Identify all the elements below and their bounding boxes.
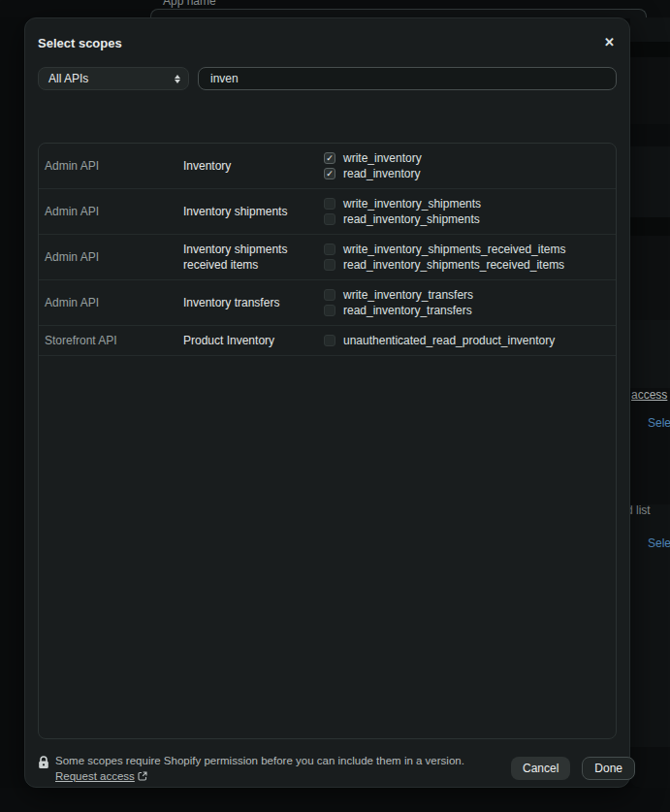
scope-name: write_inventory_shipments (343, 197, 481, 211)
api-filter-value: All APIs (48, 72, 88, 85)
scope-name: write_inventory_shipments_received_items (343, 243, 565, 256)
background-band (630, 747, 670, 788)
row-scopes: write_inventory_shipments_received_items… (324, 242, 610, 273)
background-select-link[interactable]: Select (648, 536, 670, 550)
scope-option[interactable]: unauthenticated_read_product_inventory (324, 333, 610, 348)
scope-name: read_inventory_transfers (343, 304, 472, 317)
cancel-button[interactable]: Cancel (511, 757, 570, 780)
select-scopes-modal: Select scopes ✕ All APIs Admin API Inven… (24, 17, 630, 788)
external-link-icon (138, 771, 147, 781)
row-scopes: ✓write_inventory✓read_inventory (324, 150, 610, 181)
background-top-strip: App name (0, 0, 670, 17)
background-band (630, 217, 670, 236)
checkbox-unchecked-icon[interactable] (324, 335, 335, 346)
updown-arrows-icon (175, 75, 180, 83)
row-api: Admin API (45, 250, 183, 264)
background-access-link[interactable]: access (631, 388, 667, 402)
row-scopes: write_inventory_transfersread_inventory_… (324, 287, 610, 318)
row-scopes: unauthenticated_read_product_inventory (324, 333, 610, 348)
scopes-table-body: Admin API Inventory ✓write_inventory✓rea… (39, 144, 616, 356)
checkbox-unchecked-icon[interactable] (324, 305, 335, 316)
background-band (630, 146, 670, 217)
table-row: Storefront API Product Inventory unauthe… (39, 326, 616, 356)
checkbox-unchecked-icon[interactable] (324, 244, 335, 255)
checkbox-unchecked-icon[interactable] (324, 213, 335, 225)
scope-option[interactable]: write_inventory_transfers (324, 287, 610, 303)
background-bottom-strip (0, 788, 670, 812)
background-right-strip: access Select d list Select (630, 0, 670, 812)
scope-name: read_inventory (343, 167, 420, 180)
scope-option[interactable]: ✓write_inventory (324, 150, 610, 166)
row-category: Inventory shipments received items (183, 242, 324, 273)
row-category: Inventory (183, 158, 324, 174)
modal-header: Select scopes ✕ (38, 35, 617, 50)
background-band (630, 236, 670, 320)
scope-option[interactable]: ✓read_inventory (324, 166, 610, 181)
background-band (630, 124, 670, 146)
controls-row: All APIs (38, 67, 617, 90)
scope-name: write_inventory (343, 151, 422, 165)
background-band (630, 388, 670, 504)
row-category: Product Inventory (183, 333, 324, 348)
done-button[interactable]: Done (582, 757, 635, 780)
api-filter-select[interactable]: All APIs (38, 67, 189, 90)
request-access-link[interactable]: Request access (55, 770, 135, 782)
background-band (630, 17, 670, 42)
background-band (630, 42, 670, 57)
scope-name: unauthenticated_read_product_inventory (343, 334, 555, 347)
row-api: Admin API (45, 159, 183, 173)
row-category: Inventory transfers (183, 295, 324, 310)
row-category: Inventory shipments (183, 204, 324, 219)
checkbox-unchecked-icon[interactable] (324, 259, 335, 271)
table-row: Admin API Inventory ✓write_inventory✓rea… (39, 144, 616, 189)
modal-footer: Some scopes require Shopify permission b… (38, 753, 617, 784)
app-name-label: App name (163, 0, 216, 8)
background-band (630, 320, 670, 388)
lock-icon (38, 756, 49, 769)
modal-title: Select scopes (38, 36, 122, 50)
checkbox-unchecked-icon[interactable] (324, 198, 335, 210)
footer-note: Some scopes require Shopify permission b… (55, 753, 503, 784)
scope-name: read_inventory_shipments_received_items (343, 258, 564, 272)
row-api: Admin API (45, 205, 183, 218)
background-band (630, 57, 670, 124)
scope-option[interactable]: read_inventory_transfers (324, 303, 610, 318)
background-select-link[interactable]: Select (648, 416, 670, 430)
close-icon[interactable]: ✕ (602, 35, 617, 50)
scopes-table: Admin API Inventory ✓write_inventory✓rea… (38, 143, 617, 739)
scope-search-input[interactable] (198, 67, 617, 90)
row-api: Storefront API (45, 334, 183, 347)
table-row: Admin API Inventory shipments received i… (39, 235, 616, 280)
scope-name: write_inventory_transfers (343, 288, 473, 302)
checkbox-checked-icon[interactable]: ✓ (324, 168, 335, 179)
scope-option[interactable]: write_inventory_shipments_received_items (324, 242, 610, 257)
table-row: Admin API Inventory shipments write_inve… (39, 189, 616, 235)
row-api: Admin API (45, 296, 183, 309)
table-row: Admin API Inventory transfers write_inve… (39, 280, 616, 326)
scope-name: read_inventory_shipments (343, 212, 480, 226)
scope-option[interactable]: read_inventory_shipments (324, 211, 610, 227)
scope-option[interactable]: read_inventory_shipments_received_items (324, 257, 610, 273)
scope-option[interactable]: write_inventory_shipments (324, 196, 610, 211)
row-scopes: write_inventory_shipmentsread_inventory_… (324, 196, 610, 227)
footer-note-text: Some scopes require Shopify permission b… (55, 755, 464, 766)
checkbox-unchecked-icon[interactable] (324, 289, 335, 301)
checkbox-checked-icon[interactable]: ✓ (324, 152, 335, 164)
